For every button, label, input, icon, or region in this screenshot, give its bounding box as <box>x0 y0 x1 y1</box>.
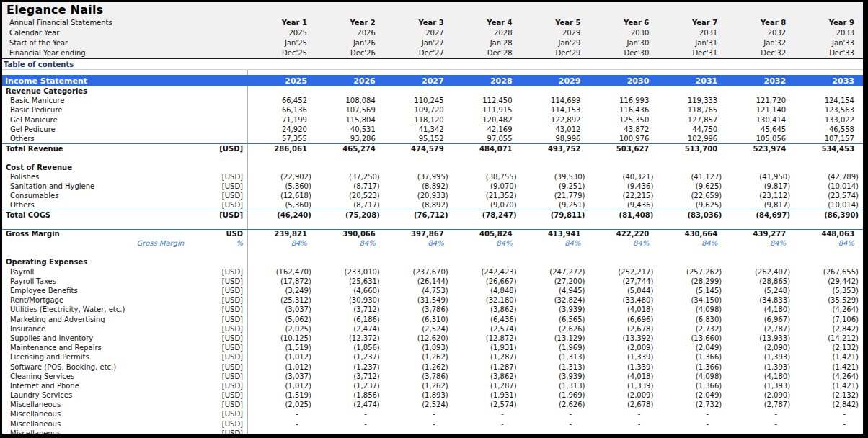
value-cell[interactable]: (2,574) <box>453 401 521 408</box>
value-cell[interactable]: (2,474) <box>316 401 384 408</box>
value-cell[interactable]: - <box>316 420 384 428</box>
value-cell[interactable]: (237,670) <box>384 268 453 276</box>
unit-cell[interactable]: [USD] <box>187 296 247 304</box>
header-row-label[interactable]: Calendar Year <box>2 29 247 37</box>
value-cell[interactable]: (1,856) <box>316 391 384 399</box>
value-cell[interactable]: (1,519) <box>247 344 316 352</box>
value-cell[interactable]: 71,199 <box>247 116 316 124</box>
value-cell[interactable]: (10,125) <box>247 334 316 342</box>
value-cell[interactable]: (84,697) <box>726 211 794 219</box>
value-cell[interactable]: (1,262) <box>384 382 453 390</box>
value-cell[interactable]: (25,631) <box>316 277 384 285</box>
value-cell[interactable]: (6,830) <box>657 316 726 323</box>
value-cell[interactable]: (1,339) <box>589 382 657 390</box>
year-header-cell[interactable]: 2030 <box>589 29 657 37</box>
unit-cell[interactable]: [USD] <box>187 268 247 276</box>
year-header-cell[interactable]: Year 7 <box>657 19 726 27</box>
row-label-cell[interactable]: Gel Pedicure <box>2 125 187 133</box>
unit-cell[interactable]: [USD] <box>187 325 247 333</box>
unit-cell[interactable]: [USD] <box>187 316 247 323</box>
value-cell[interactable]: 84% <box>247 239 316 247</box>
value-cell[interactable]: (1,287) <box>453 363 521 371</box>
year-header-cell[interactable]: Dec'31 <box>657 49 726 57</box>
row-label-cell[interactable]: Gross Margin <box>2 239 187 247</box>
value-cell[interactable]: (6,696) <box>589 316 657 323</box>
value-cell[interactable]: (28,299) <box>657 277 726 285</box>
value-cell[interactable]: - <box>726 420 794 428</box>
value-cell[interactable]: (26,144) <box>384 277 453 285</box>
unit-cell[interactable]: [USD] <box>187 182 247 190</box>
value-cell[interactable]: (9,436) <box>589 182 657 190</box>
value-cell[interactable]: (10,014) <box>794 201 863 209</box>
row-label-cell[interactable]: Total COGS <box>2 211 187 219</box>
value-cell[interactable]: (2,574) <box>453 325 521 333</box>
value-cell[interactable]: (20,523) <box>316 192 384 200</box>
value-cell[interactable]: (2,787) <box>726 325 794 333</box>
value-cell[interactable]: (2,009) <box>589 391 657 399</box>
value-cell[interactable]: (14,212) <box>794 334 863 342</box>
row-label-cell[interactable]: Insurance <box>2 325 187 333</box>
value-cell[interactable]: 108,084 <box>316 97 384 104</box>
value-cell[interactable]: (29,442) <box>794 277 863 285</box>
value-cell[interactable]: 123,563 <box>794 106 863 114</box>
value-cell[interactable]: (1,237) <box>316 382 384 390</box>
unit-cell[interactable]: [USD] <box>187 391 247 399</box>
unit-cell[interactable]: % <box>187 239 247 247</box>
value-cell[interactable]: (162,470) <box>247 268 316 276</box>
value-cell[interactable]: (1,366) <box>657 353 726 361</box>
value-cell[interactable]: (1,237) <box>316 363 384 371</box>
value-cell[interactable]: (32,180) <box>453 296 521 304</box>
value-cell[interactable]: - <box>316 410 384 418</box>
row-label-cell[interactable]: Miscellaneous <box>2 420 187 428</box>
value-cell[interactable]: 484,071 <box>453 145 521 153</box>
unit-cell[interactable]: [USD] <box>187 382 247 390</box>
value-cell[interactable]: (76,712) <box>384 211 453 219</box>
value-cell[interactable]: (4,660) <box>316 287 384 295</box>
year-header-cell[interactable]: Jan'28 <box>453 39 521 47</box>
year-header-cell[interactable]: Dec'28 <box>453 49 521 57</box>
row-label-cell[interactable]: Gross Margin <box>2 230 187 238</box>
value-cell[interactable]: (9,817) <box>726 182 794 190</box>
value-cell[interactable]: - <box>521 410 590 418</box>
value-cell[interactable]: (3,037) <box>247 305 316 313</box>
value-cell[interactable]: 84% <box>384 239 453 247</box>
value-cell[interactable]: 493,752 <box>521 145 590 153</box>
value-cell[interactable]: (1,421) <box>794 363 863 371</box>
row-label-cell[interactable]: Sanitation and Hygiene <box>2 182 187 190</box>
value-cell[interactable]: (1,393) <box>726 353 794 361</box>
value-cell[interactable]: 46,558 <box>794 125 863 133</box>
value-cell[interactable]: (2,025) <box>247 401 316 408</box>
unit-cell[interactable]: [USD] <box>187 192 247 200</box>
value-cell[interactable]: 239,821 <box>247 230 316 238</box>
value-cell[interactable]: (32,824) <box>521 296 590 304</box>
value-cell[interactable]: - <box>657 420 726 428</box>
value-cell[interactable]: 503,627 <box>589 145 657 153</box>
unit-cell[interactable]: [USD] <box>187 201 247 209</box>
value-cell[interactable]: (6,186) <box>316 316 384 323</box>
table-of-contents-link[interactable]: Table of contents <box>4 61 74 68</box>
value-cell[interactable]: (12,872) <box>453 334 521 342</box>
value-cell[interactable]: 114,153 <box>521 106 590 114</box>
value-cell[interactable]: 105,056 <box>726 135 794 143</box>
bar-year-cell[interactable]: 2033 <box>794 76 863 86</box>
year-header-cell[interactable]: Jan'26 <box>316 39 384 47</box>
value-cell[interactable]: - <box>247 410 316 418</box>
value-cell[interactable]: (2,842) <box>794 325 863 333</box>
value-cell[interactable]: (2,090) <box>726 344 794 352</box>
value-cell[interactable]: (1,366) <box>657 363 726 371</box>
value-cell[interactable]: (1,931) <box>453 391 521 399</box>
value-cell[interactable]: - <box>521 429 590 434</box>
row-label-cell[interactable]: Software (POS, Booking, etc.) <box>2 363 187 371</box>
value-cell[interactable]: 66,136 <box>247 106 316 114</box>
value-cell[interactable]: (9,817) <box>726 201 794 209</box>
value-cell[interactable]: (3,939) <box>521 305 590 313</box>
value-cell[interactable]: (33,480) <box>589 296 657 304</box>
value-cell[interactable]: 24,920 <box>247 125 316 133</box>
year-header-cell[interactable]: Jan'33 <box>794 39 863 47</box>
value-cell[interactable]: - <box>589 410 657 418</box>
value-cell[interactable]: (2,678) <box>589 325 657 333</box>
unit-cell[interactable]: [USD] <box>187 145 247 153</box>
year-header-cell[interactable]: Year 4 <box>453 19 521 27</box>
value-cell[interactable]: 84% <box>726 239 794 247</box>
value-cell[interactable]: 118,120 <box>384 116 453 124</box>
